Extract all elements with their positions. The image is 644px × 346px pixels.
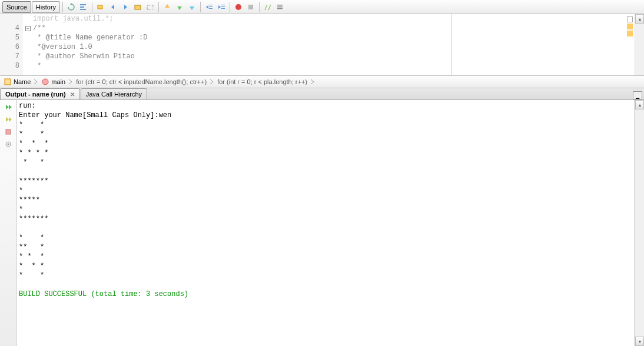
svg-rect-10 — [221, 6, 225, 7]
output-line — [19, 280, 632, 290]
indent-icon[interactable] — [215, 1, 227, 13]
error-stripe — [625, 14, 635, 36]
line-number — [0, 14, 19, 24]
rerun-alt-icon[interactable] — [2, 114, 14, 125]
box-dotted-icon[interactable] — [144, 1, 156, 13]
output-scrollbar[interactable]: ▴ ▾ — [635, 100, 644, 346]
line-number: 7 — [0, 52, 19, 61]
code-line: import java.util.*; — [33, 14, 644, 24]
breadcrumb-chevron-icon[interactable] — [308, 77, 317, 86]
format-icon[interactable] — [78, 1, 89, 13]
warning-marker-icon[interactable] — [627, 31, 633, 36]
editor-toolbar: Source History // — [0, 0, 644, 14]
output-line: * * — [19, 271, 632, 280]
code-line: * — [33, 61, 644, 71]
output-line — [19, 224, 632, 233]
refresh-icon[interactable] — [65, 1, 77, 13]
line-number: 4 — [0, 24, 19, 33]
minimize-panel-button[interactable]: ▁ — [633, 91, 642, 99]
scroll-up-icon[interactable]: ▴ — [635, 14, 644, 24]
tab-label: Output - name (run) — [5, 91, 66, 98]
record-icon[interactable] — [233, 1, 244, 13]
right-margin-line — [451, 14, 452, 75]
outdent-icon[interactable] — [203, 1, 215, 13]
toolbar-separator — [158, 2, 159, 12]
rerun-icon[interactable] — [2, 102, 14, 112]
output-line: * * — [19, 233, 632, 242]
svg-rect-13 — [248, 5, 253, 9]
output-line: * * — [19, 129, 632, 139]
output-line: * * — [19, 120, 632, 129]
breadcrumb-item-class[interactable]: Name — [2, 78, 32, 86]
breadcrumb-label: main — [51, 78, 65, 85]
svg-rect-8 — [209, 8, 213, 9]
svg-rect-2 — [80, 9, 86, 10]
output-console[interactable]: run:Enter your Name[Small Caps Only]:wen… — [16, 100, 635, 346]
tab-output[interactable]: Output - name (run) ✕ — [0, 88, 80, 99]
method-icon — [41, 78, 49, 86]
breadcrumb-bar: Name main for (ctr = 0; ctr < inputedNam… — [0, 75, 644, 88]
nav-fwd-icon[interactable] — [119, 1, 131, 13]
output-line: * — [19, 186, 632, 195]
svg-point-22 — [7, 144, 9, 145]
tab-call-hierarchy[interactable]: Java Call Hierarchy — [81, 88, 147, 99]
line-number-gutter: 4 5 6 7 8 — [0, 14, 22, 75]
output-line: * * * — [19, 261, 632, 271]
breadcrumb-item-for1[interactable]: for (ctr = 0; ctr < inputedName.length()… — [75, 78, 208, 85]
breadcrumb-item-for2[interactable]: for (int r = 0; r < pla.length; r++) — [216, 78, 308, 85]
source-button[interactable]: Source — [2, 1, 31, 13]
svg-rect-20 — [6, 129, 11, 134]
undo-yellow-icon[interactable] — [95, 1, 107, 13]
close-icon[interactable]: ✕ — [70, 91, 75, 98]
line-number: 8 — [0, 61, 19, 71]
svg-point-19 — [42, 79, 48, 85]
svg-rect-3 — [98, 5, 102, 9]
output-panel: run:Enter your Name[Small Caps Only]:wen… — [0, 100, 644, 346]
stop-icon[interactable] — [245, 1, 257, 13]
scroll-up-icon[interactable]: ▴ — [635, 100, 644, 109]
output-tabs-bar: Output - name (run) ✕ Java Call Hierarch… — [0, 88, 644, 100]
stop-output-icon[interactable] — [2, 127, 14, 137]
output-line: Enter your Name[Small Caps Only]:wen — [19, 111, 632, 120]
svg-rect-1 — [80, 6, 84, 8]
breadcrumb-chevron-icon[interactable] — [67, 77, 75, 86]
settings-output-icon[interactable] — [2, 139, 14, 149]
code-content[interactable]: import java.util.*; /** * @title Name ge… — [33, 14, 644, 75]
breadcrumb-chevron-icon[interactable] — [32, 77, 40, 86]
output-line: * * * * — [19, 148, 632, 158]
svg-rect-11 — [221, 8, 225, 9]
svg-rect-5 — [147, 5, 153, 9]
line-number: 6 — [0, 42, 19, 52]
output-line: * * — [19, 158, 632, 167]
fold-toggle-icon[interactable]: − — [25, 26, 31, 31]
svg-rect-15 — [277, 5, 283, 6]
output-line: * * * — [19, 252, 632, 261]
history-button[interactable]: History — [32, 1, 60, 13]
svg-rect-16 — [277, 6, 283, 8]
nav-back-icon[interactable] — [107, 1, 119, 13]
code-editor[interactable]: 4 5 6 7 8 − import java.util.*; /** * @t… — [0, 14, 644, 75]
output-line: ** * — [19, 242, 632, 252]
toolbar-separator — [92, 2, 92, 12]
breadcrumb-item-method[interactable]: main — [40, 78, 67, 86]
shift-down-icon[interactable] — [174, 1, 185, 13]
output-line — [19, 167, 632, 177]
svg-rect-9 — [221, 5, 225, 5]
editor-scrollbar[interactable]: ▴ — [635, 14, 644, 75]
shift-down2-icon[interactable] — [186, 1, 198, 13]
toolbar-separator — [259, 2, 260, 12]
line-number: 5 — [0, 33, 19, 42]
breadcrumb-chevron-icon[interactable] — [208, 77, 216, 86]
box-select-icon[interactable] — [132, 1, 144, 13]
warning-marker-icon[interactable] — [627, 24, 633, 29]
uncomment-icon[interactable] — [274, 1, 286, 13]
output-line: ******* — [19, 177, 632, 186]
build-success-line: BUILD SUCCESSFUL (total time: 3 seconds) — [19, 290, 632, 299]
class-icon — [4, 78, 12, 86]
scroll-down-icon[interactable]: ▾ — [635, 337, 644, 346]
shift-up-icon[interactable] — [161, 1, 173, 13]
svg-rect-18 — [5, 79, 11, 85]
breadcrumb-label: for (int r = 0; r < pla.length; r++) — [217, 78, 307, 85]
comment-icon[interactable]: // — [262, 1, 274, 13]
output-line: ***** — [19, 195, 632, 205]
